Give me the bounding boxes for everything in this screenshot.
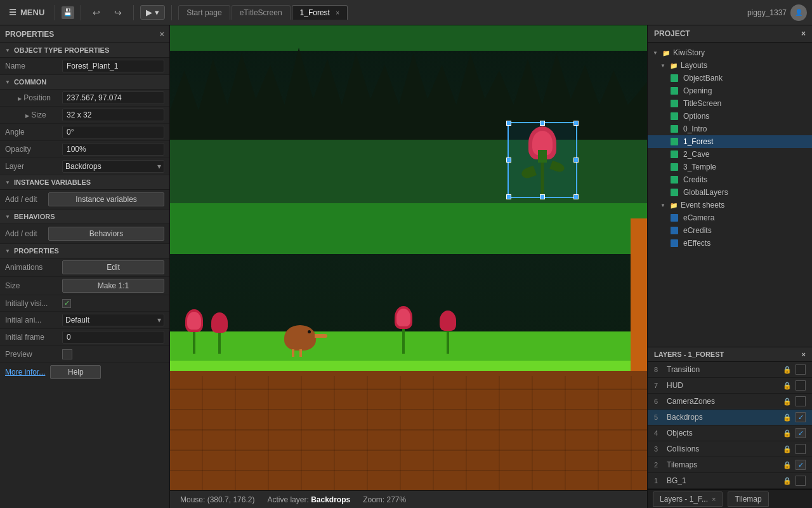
section-behaviors[interactable]: ▼ BEHAVIORS xyxy=(0,210,169,224)
tab-1forest[interactable]: 1_Forest × xyxy=(292,5,348,20)
mouse-label: Mouse: (380.7, 176.2) xyxy=(180,495,254,504)
size-value[interactable]: 32 x 32 xyxy=(62,109,164,121)
status-bar: Mouse: (380.7, 176.2) Active layer: Back… xyxy=(170,490,647,508)
name-label: Name xyxy=(5,62,62,70)
tab-start-page[interactable]: Start page xyxy=(178,5,230,20)
layer-select[interactable]: Backdrops ▾ xyxy=(62,160,164,173)
section-instance-variables[interactable]: ▼ INSTANCE VARIABLES xyxy=(0,175,169,190)
layers-panel: LAYERS - 1_FOREST × 8 Transition 🔒 7 HUD… xyxy=(648,347,812,489)
selection-handle-bl[interactable] xyxy=(506,194,511,199)
tab-etitlescreen[interactable]: eTitleScreen xyxy=(232,5,291,20)
bottom-tab-layers[interactable]: Layers - 1_F... × xyxy=(653,491,723,507)
vis-checkbox-3[interactable] xyxy=(796,444,806,454)
tree-item-options[interactable]: Options xyxy=(648,110,812,123)
animations-edit-button[interactable]: Edit xyxy=(62,260,164,274)
instance-variables-button[interactable]: Instance variables xyxy=(48,192,164,206)
flower-center-1 xyxy=(392,306,415,354)
vis-checkbox-5[interactable]: ✓ xyxy=(796,412,806,422)
tree-item-globallayers[interactable]: GlobalLayers xyxy=(648,186,812,199)
layer-row-3[interactable]: 3 Collisions 🔒 xyxy=(648,441,812,457)
tree-item-0intro[interactable]: 0_Intro xyxy=(648,123,812,135)
bottom-tab-layers-close[interactable]: × xyxy=(712,495,716,503)
initially-visible-checkbox[interactable]: ✓ xyxy=(62,299,164,308)
tree-item-titlescreen[interactable]: TitleScreen xyxy=(648,97,812,110)
layer-row-2[interactable]: 2 Tilemaps 🔒 ✓ xyxy=(648,457,812,473)
section-properties[interactable]: ▼ PROPERTIES xyxy=(0,244,169,258)
name-row: Name Forest_Plant_1 xyxy=(0,58,169,75)
name-value[interactable]: Forest_Plant_1 xyxy=(62,60,164,72)
project-close-button[interactable]: × xyxy=(801,29,806,38)
tree-layouts-folder[interactable]: ▼ 📁 Layouts xyxy=(648,59,812,72)
play-button[interactable]: ▶ ▾ xyxy=(140,5,165,20)
tree-item-2cave[interactable]: 2_Cave xyxy=(648,148,812,161)
tree-item-3temple[interactable]: 3_Temple xyxy=(648,161,812,173)
vis-checkbox-2[interactable]: ✓ xyxy=(796,460,806,470)
tree-item-credits[interactable]: Credits xyxy=(648,173,812,186)
layer-row-1[interactable]: 1 BG_1 🔒 xyxy=(648,473,812,489)
lock-icon-4: 🔒 xyxy=(783,429,792,438)
initial-frame-value[interactable]: 0 xyxy=(62,331,164,344)
tree-event-sheets-folder[interactable]: ▼ 📁 Event sheets xyxy=(648,199,812,211)
tree-root-kiwistory[interactable]: ▼ 📁 KiwiStory xyxy=(648,46,812,59)
selection-handle-bm[interactable] xyxy=(540,194,545,199)
top-strip xyxy=(170,25,647,51)
more-info-link[interactable]: More infor... xyxy=(5,368,45,377)
tree-item-ecredits[interactable]: eCredits xyxy=(648,224,812,237)
properties-sub-label: PROPERTIES xyxy=(14,247,59,255)
selected-plant xyxy=(509,123,576,197)
tab-close-icon[interactable]: × xyxy=(336,10,339,17)
size-prop-label: Size xyxy=(5,281,62,290)
vis-checkbox-6[interactable] xyxy=(796,396,806,406)
redo-button[interactable]: ↪ xyxy=(109,4,127,22)
layer-row-6[interactable]: 6 CameraZones 🔒 xyxy=(648,394,812,410)
lock-icon-2: 🔒 xyxy=(783,460,792,469)
layer-row-7[interactable]: 7 HUD 🔒 xyxy=(648,378,812,394)
selection-handle-tm[interactable] xyxy=(540,121,545,126)
animations-row: Animations Edit xyxy=(0,258,169,277)
selection-handle-tr[interactable] xyxy=(573,121,579,126)
checkmark-initially-visible[interactable]: ✓ xyxy=(62,299,71,308)
section-common[interactable]: ▼ COMMON xyxy=(0,75,169,90)
selection-handle-ml[interactable] xyxy=(506,157,511,163)
mouse-value: (380.7, 176.2) xyxy=(207,495,255,504)
selection-handle-mr[interactable] xyxy=(573,157,579,163)
section-object-type[interactable]: ▼ OBJECT TYPE PROPERTIES xyxy=(0,43,169,58)
layers-close-button[interactable]: × xyxy=(802,351,806,358)
tree-item-objectbank[interactable]: ObjectBank xyxy=(648,72,812,84)
selection-box[interactable] xyxy=(508,122,577,198)
layer-row-4[interactable]: 4 Objects 🔒 ✓ xyxy=(648,425,812,441)
size-row: ▶ Size 32 x 32 xyxy=(0,107,169,124)
layout-icon-objectbank xyxy=(671,74,678,82)
user-avatar[interactable]: 👤 xyxy=(790,4,807,21)
flower-left-1 xyxy=(183,309,206,354)
selection-handle-br[interactable] xyxy=(573,194,579,199)
opacity-value[interactable]: 100% xyxy=(62,143,164,156)
tree-item-eeffects[interactable]: eEffects xyxy=(648,237,812,250)
vis-checkbox-7[interactable] xyxy=(796,380,806,391)
canvas-area[interactable] xyxy=(170,25,647,490)
save-button[interactable]: 💾 xyxy=(62,6,74,19)
layer-row-8[interactable]: 8 Transition 🔒 xyxy=(648,362,812,378)
vis-checkbox-4[interactable]: ✓ xyxy=(796,428,806,438)
behaviors-button[interactable]: Behaviors xyxy=(48,227,164,241)
menu-button[interactable]: ☰ MENU xyxy=(5,8,48,17)
layer-row-5[interactable]: 5 Backdrops 🔒 ✓ xyxy=(648,410,812,425)
lock-icon-1: 🔒 xyxy=(783,476,792,485)
tree-item-ecamera[interactable]: eCamera xyxy=(648,211,812,224)
selection-handle-tl[interactable] xyxy=(506,121,511,126)
initial-animation-select[interactable]: Default ▾ xyxy=(62,314,164,326)
tree-item-opening[interactable]: Opening xyxy=(648,84,812,97)
size-make-1to1-button[interactable]: Make 1:1 xyxy=(62,279,164,293)
initially-visible-row: Initially visi... ✓ xyxy=(0,295,169,312)
vis-checkbox-8[interactable] xyxy=(796,364,806,375)
help-button[interactable]: Help xyxy=(50,365,101,379)
position-value[interactable]: 237.567, 97.074 xyxy=(62,91,164,104)
bottom-tab-tilemap[interactable]: Tilemap xyxy=(728,491,768,507)
vis-checkbox-1[interactable] xyxy=(796,476,806,486)
folder-icon-kiwistory: 📁 xyxy=(662,48,671,57)
undo-button[interactable]: ↩ xyxy=(88,4,105,22)
properties-close-button[interactable]: × xyxy=(159,29,164,39)
size-prop-row: Size Make 1:1 xyxy=(0,277,169,295)
tree-item-1forest[interactable]: 1_Forest xyxy=(648,135,812,148)
angle-value[interactable]: 0° xyxy=(62,126,164,138)
